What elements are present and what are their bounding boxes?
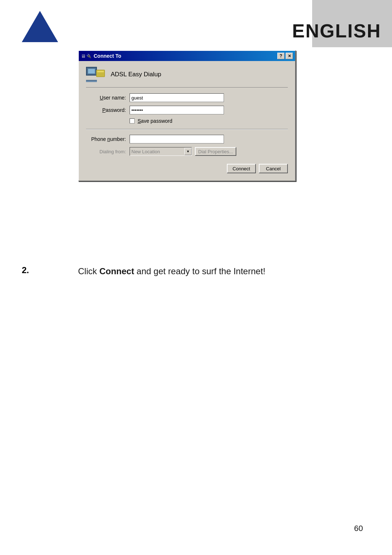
monitor-base [86, 80, 97, 82]
monitor-icon [86, 67, 97, 76]
dialog-icon: 🖥 🔌 [81, 53, 91, 59]
logo [22, 11, 58, 45]
save-password-row: Save password [130, 118, 288, 124]
modem-light [97, 71, 104, 72]
page-number: 60 [354, 524, 363, 533]
step-number: 2. [22, 265, 29, 275]
help-button[interactable]: ? [277, 53, 285, 59]
dialog-body: ADSL Easy Dialup User name: Password: Sa… [79, 61, 295, 181]
save-password-label: Save password [138, 118, 172, 124]
username-input[interactable] [130, 93, 224, 102]
password-row: Password: [86, 106, 288, 114]
username-row: User name: [86, 93, 288, 102]
action-buttons-row: Connect Cancel [86, 162, 288, 173]
form-divider [86, 129, 288, 130]
password-input[interactable] [130, 106, 224, 114]
logo-triangle [22, 11, 58, 42]
language-title: ENGLISH [292, 20, 381, 42]
title-bar-left: 🖥 🔌 Connect To [81, 53, 121, 59]
instruction-before: Click [78, 266, 99, 276]
connection-name: ADSL Easy Dialup [111, 71, 161, 78]
phone-number-row: Phone number: [86, 135, 288, 143]
instruction-bold: Connect [99, 266, 134, 276]
logo-a-crossbar [32, 2, 48, 4]
dialing-from-label: Dialing from: [86, 149, 130, 154]
title-icon: 🖥 [81, 53, 86, 59]
dialing-from-row: Dialing from: New Location ▼ Dial Proper… [86, 147, 288, 156]
modem-icon [96, 70, 105, 77]
dialing-location-value: New Location [130, 149, 184, 154]
dialing-location-select[interactable]: New Location ▼ [130, 147, 192, 156]
password-label: Password: [86, 107, 130, 113]
connection-icon [86, 67, 105, 82]
dialog-title-bar: 🖥 🔌 Connect To ? ✕ [79, 51, 295, 61]
dropdown-arrow-icon[interactable]: ▼ [184, 148, 192, 155]
dial-properties-button[interactable]: Dial Properties... [195, 147, 236, 156]
username-label: User name: [86, 95, 130, 101]
instruction-after: and get ready to surf the Internet! [134, 266, 266, 276]
connection-header: ADSL Easy Dialup [86, 67, 288, 88]
dialog-title: Connect To [94, 53, 121, 59]
phone-number-input[interactable] [130, 135, 224, 143]
dialing-select-wrapper: New Location ▼ Dial Properties... [130, 147, 236, 156]
save-password-checkbox[interactable] [130, 118, 135, 123]
close-button[interactable]: ✕ [286, 53, 293, 59]
instruction-text: Click Connect and get ready to surf the … [78, 265, 370, 278]
phone-number-label: Phone number: [86, 136, 130, 142]
connect-button[interactable]: Connect [227, 164, 256, 173]
monitor-screen [88, 69, 95, 74]
cancel-button[interactable]: Cancel [259, 164, 288, 173]
title-bar-buttons: ? ✕ [277, 53, 293, 59]
title-icon2: 🔌 [86, 54, 91, 58]
connect-to-dialog: 🖥 🔌 Connect To ? ✕ ADSL Ea [78, 50, 296, 181]
